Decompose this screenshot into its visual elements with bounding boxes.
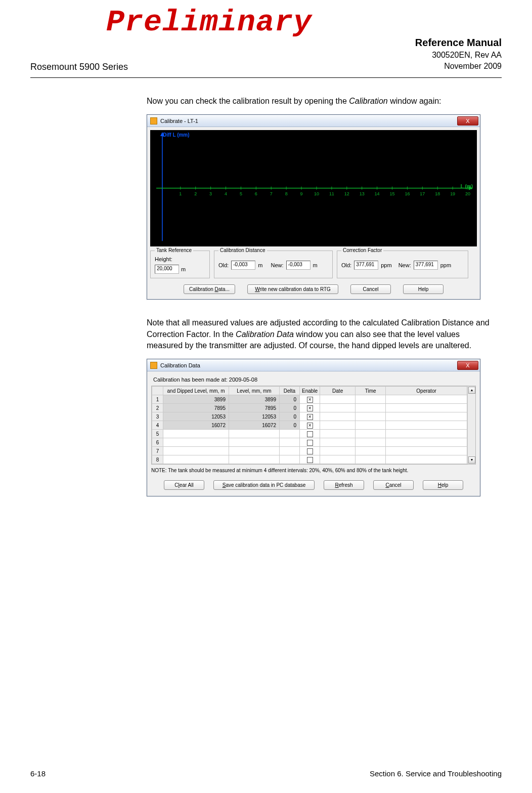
cell-operator[interactable]: [386, 395, 467, 404]
cell-operator[interactable]: [386, 447, 467, 455]
cell-dipped[interactable]: 3899: [163, 395, 229, 404]
cell-operator[interactable]: [386, 421, 467, 430]
cell-enable[interactable]: ×: [300, 395, 320, 404]
cell-time[interactable]: [356, 438, 386, 447]
cancel-button[interactable]: Cancel: [350, 284, 391, 294]
row-number: 5: [152, 430, 163, 438]
grid-scrollbar[interactable]: ▴ ▾: [467, 386, 475, 464]
cell-date[interactable]: [320, 438, 356, 447]
cell-level[interactable]: [229, 447, 280, 455]
table-row[interactable]: 6: [152, 438, 467, 447]
caldata-button-row: Clear All Save calibration data in PC da…: [151, 477, 476, 492]
cell-dipped[interactable]: 12053: [163, 412, 229, 421]
cell-dipped[interactable]: 16072: [163, 421, 229, 430]
refresh-button[interactable]: Refresh: [324, 480, 364, 490]
table-row[interactable]: 312053120530×: [152, 412, 467, 421]
paragraph-2: Note that all measured values are adjust…: [147, 317, 496, 351]
save-db-button[interactable]: Save calibration data in PC database: [213, 480, 315, 490]
svg-text:16: 16: [405, 191, 410, 196]
cell-enable[interactable]: [300, 438, 320, 447]
cell-level[interactable]: 12053: [229, 412, 280, 421]
corr-legend: Correction Factor: [341, 247, 383, 253]
svg-text:5: 5: [240, 191, 242, 196]
cell-level[interactable]: 16072: [229, 421, 280, 430]
cell-delta: [280, 430, 300, 438]
cell-dipped[interactable]: [163, 438, 229, 447]
cell-dipped[interactable]: [163, 447, 229, 455]
cell-enable[interactable]: [300, 455, 320, 464]
calibrate-titlebar: Calibrate - LT-1 X: [147, 115, 480, 127]
cell-dipped[interactable]: [163, 430, 229, 438]
table-row[interactable]: 7: [152, 447, 467, 455]
table-row[interactable]: 1389938990×: [152, 395, 467, 404]
cell-operator[interactable]: [386, 438, 467, 447]
scroll-down-button[interactable]: ▾: [468, 456, 475, 464]
cell-date[interactable]: [320, 421, 356, 430]
clear-all-button[interactable]: Clear All: [164, 480, 204, 490]
cell-dipped[interactable]: [163, 455, 229, 464]
cell-level[interactable]: [229, 455, 280, 464]
enable-checkbox[interactable]: [307, 440, 313, 446]
cell-enable[interactable]: ×: [300, 421, 320, 430]
corr-new-lbl: New:: [398, 262, 411, 268]
close-button[interactable]: X: [457, 116, 478, 126]
enable-checkbox[interactable]: ×: [307, 423, 313, 429]
cell-time[interactable]: [356, 421, 386, 430]
table-row[interactable]: 8: [152, 455, 467, 464]
page-number: 6-18: [30, 769, 46, 778]
svg-text:20: 20: [465, 191, 470, 196]
svg-text:8: 8: [285, 191, 288, 196]
cell-date[interactable]: [320, 412, 356, 421]
table-row[interactable]: 5: [152, 430, 467, 438]
help-button[interactable]: Help: [403, 284, 444, 294]
enable-checkbox[interactable]: [307, 457, 313, 463]
close-button[interactable]: X: [457, 361, 478, 370]
cell-time[interactable]: [356, 404, 386, 412]
cell-level[interactable]: 3899: [229, 395, 280, 404]
table-row[interactable]: 2789578950×: [152, 404, 467, 412]
cell-time[interactable]: [356, 455, 386, 464]
cell-date[interactable]: [320, 404, 356, 412]
calinput-grid[interactable]: and Dipped Level, mm, m Level, mm, mm De…: [152, 386, 467, 464]
cell-level[interactable]: 7895: [229, 404, 280, 412]
cell-time[interactable]: [356, 412, 386, 421]
cell-operator[interactable]: [386, 455, 467, 464]
caldist-old: -0,003: [231, 261, 255, 270]
write-rtg-button[interactable]: Write new calibration data to RTG: [247, 284, 338, 294]
cell-time[interactable]: [356, 430, 386, 438]
cell-time[interactable]: [356, 447, 386, 455]
cell-enable[interactable]: ×: [300, 404, 320, 412]
tankref-legend: Tank Reference: [155, 247, 193, 253]
grid-note: NOTE: The tank should be measured at min…: [151, 468, 476, 473]
col-enable: Enable: [300, 387, 320, 395]
enable-checkbox[interactable]: ×: [307, 397, 313, 403]
cell-level[interactable]: [229, 430, 280, 438]
svg-text:4: 4: [225, 191, 227, 196]
help-button[interactable]: Help: [423, 480, 463, 490]
cell-date[interactable]: [320, 430, 356, 438]
row-number: 2: [152, 404, 163, 412]
cell-date[interactable]: [320, 455, 356, 464]
enable-checkbox[interactable]: [307, 448, 313, 454]
enable-checkbox[interactable]: [307, 431, 313, 437]
cell-operator[interactable]: [386, 404, 467, 412]
cell-level[interactable]: [229, 438, 280, 447]
cell-dipped[interactable]: 7895: [163, 404, 229, 412]
cell-enable[interactable]: [300, 447, 320, 455]
table-row[interactable]: 416072160720×: [152, 421, 467, 430]
cell-time[interactable]: [356, 395, 386, 404]
cell-date[interactable]: [320, 447, 356, 455]
cell-operator[interactable]: [386, 412, 467, 421]
plot-svg: 1234567891011121314151617181920: [150, 130, 477, 246]
cell-enable[interactable]: [300, 430, 320, 438]
tankref-value: 20,000: [155, 265, 179, 274]
cell-operator[interactable]: [386, 430, 467, 438]
cell-enable[interactable]: ×: [300, 412, 320, 421]
enable-checkbox[interactable]: ×: [307, 405, 313, 411]
calibration-data-button[interactable]: Calibration Data...: [184, 284, 235, 294]
cancel-button[interactable]: Cancel: [373, 480, 414, 490]
scroll-up-button[interactable]: ▴: [468, 387, 475, 394]
cell-date[interactable]: [320, 395, 356, 404]
enable-checkbox[interactable]: ×: [307, 414, 313, 420]
cell-delta: [280, 455, 300, 464]
